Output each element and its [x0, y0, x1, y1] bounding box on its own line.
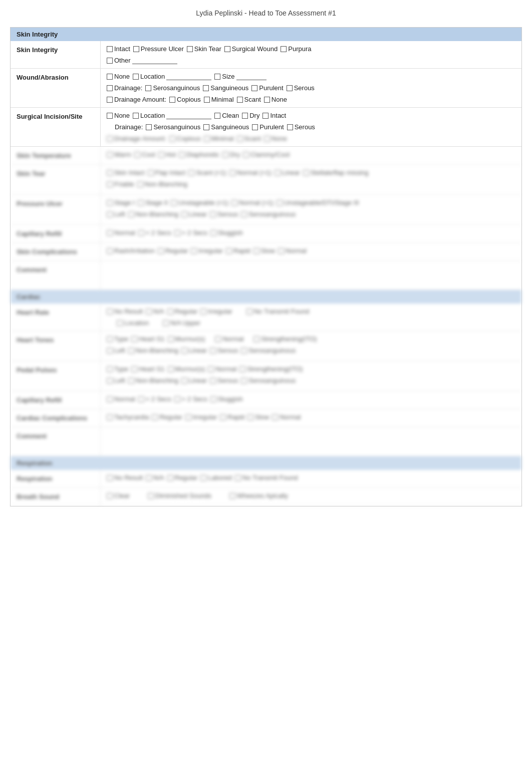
heart-tones-label: Heart Tones [11, 331, 101, 361]
wound-serous-checkbox[interactable] [287, 85, 293, 91]
surgical-serosanguinous-item: Serosanguinous [146, 123, 200, 131]
purpura-item: Purpura [281, 45, 311, 53]
surgical-none2-checkbox[interactable] [264, 136, 270, 142]
skin-integrity-line2: Other [107, 56, 515, 65]
wound-location-checkbox[interactable] [133, 74, 139, 80]
capillary-refill-label: Capillary Refill [11, 225, 101, 242]
surgical-wound-checkbox[interactable] [224, 46, 230, 52]
page-header: Lydia Peplinski - Head to Toe Assessment… [0, 0, 532, 22]
pressure-ulcer-content: Stage I Stage II Unstageable (<1) Normal… [101, 195, 521, 224]
surgical-clean-checkbox[interactable] [214, 113, 220, 119]
other-field[interactable] [132, 57, 177, 64]
blurred-sections: Skin Temperature Warm Cool Hot Diaphoret… [11, 147, 521, 506]
pressure-ulcer-line2: Left Non-Blanching Linear Serous Serosan… [107, 209, 515, 219]
wound-abrasion-row: Wound/Abrasion None Location Size [11, 69, 521, 108]
pressure-ulcer-label: Pressure Ulcer [11, 195, 101, 224]
surgical-line3: Drainage Amount: Copious Minimal Scant N… [107, 134, 515, 143]
skin-comment-area[interactable] [107, 264, 515, 287]
capillary-refill2-row: Capillary Refill Normal < 2 Secs > 2 Sec… [11, 391, 521, 409]
capillary-refill-content: Normal < 2 Secs > 2 Secs Sluggish [101, 225, 521, 242]
heart-tones-line2: Left Non-Blanching Linear Serous Serosan… [107, 346, 515, 355]
respiration-row: Respiration No Result N/A Regular Labore… [11, 470, 521, 488]
wound-line3: Drainage Amount: Copious Minimal Scant N… [107, 95, 515, 104]
wound-purulent-checkbox[interactable] [251, 85, 257, 91]
wound-minimal-checkbox[interactable] [204, 97, 210, 103]
surgical-line2: Drainage: Serosanguinous Sanguineous Pur… [107, 122, 515, 132]
surgical-purulent-checkbox[interactable] [252, 124, 258, 130]
pressure-ulcer-line1: Stage I Stage II Unstageable (<1) Normal… [107, 198, 515, 207]
wound-drainage-checkbox[interactable] [107, 85, 113, 91]
surgical-sanguineous-checkbox[interactable] [203, 124, 209, 130]
cardiac-complications-row: Cardiac Complications Tachycardia Regula… [11, 409, 521, 427]
breath-sound-label: Breath Sound [11, 488, 101, 505]
surgical-minimal-checkbox[interactable] [204, 136, 210, 142]
surgical-incision-label: Surgical Incision/Site [11, 108, 101, 146]
surgical-intact-checkbox[interactable] [262, 113, 269, 119]
surgical-serous-item: Serous [287, 123, 315, 131]
heart-rate-content: No Result N/A Regular Irregular No Trans… [101, 304, 521, 331]
heart-rate-line1: No Result N/A Regular Irregular No Trans… [107, 307, 515, 316]
wound-abrasion-label: Wound/Abrasion [11, 69, 101, 107]
form-container: Skin Integrity Skin Integrity Intact Pre… [10, 27, 522, 506]
surgical-incision-content: None Location Clean Dry Intact [101, 108, 521, 146]
wound-none2-item: None [264, 96, 287, 103]
wound-location-field[interactable] [166, 73, 211, 80]
wound-sanguineous-checkbox[interactable] [203, 85, 209, 91]
wound-size-item: Size [214, 73, 266, 80]
surgical-intact-item: Intact [262, 112, 286, 119]
surgical-serosanguinous-checkbox[interactable] [146, 124, 152, 130]
page-title: Lydia Peplinski - Head to Toe Assessment… [196, 9, 336, 17]
surgical-dry-checkbox[interactable] [242, 113, 248, 119]
surgical-copious-checkbox[interactable] [169, 136, 175, 142]
wound-size-field[interactable] [236, 73, 267, 80]
wound-drainage-amount-checkbox[interactable] [107, 97, 113, 103]
wound-serosanguinous-item: Serosanguinous [145, 84, 200, 92]
skin-tear-label: Skin Tear [11, 165, 101, 194]
surgical-clean-item: Clean [214, 112, 239, 119]
purpura-checkbox[interactable] [281, 46, 287, 52]
wound-scant-item: Scant [237, 96, 261, 103]
skin-integrity-label: Skin Integrity [11, 41, 101, 68]
heart-tones-content: Type Heart S1 Murmur(s) Normal Strengthe… [101, 331, 521, 361]
wound-none-checkbox[interactable] [107, 74, 113, 80]
wound-copious-checkbox[interactable] [169, 97, 175, 103]
wound-none-item: None [107, 73, 130, 80]
skin-temperature-content: Warm Cool Hot Diaphoretic Dry Clammy/Coo… [101, 147, 521, 164]
surgical-scant-checkbox[interactable] [237, 136, 243, 142]
other-checkbox[interactable] [107, 58, 113, 64]
capillary-line1: Normal < 2 Secs > 2 Secs Sluggish [107, 228, 515, 237]
surgical-location-checkbox[interactable] [133, 113, 139, 119]
pedal-pulses-content: Type Heart S1 Murmur(s) Normal Strengthe… [101, 361, 521, 391]
surgical-drainage-amount-checkbox[interactable] [107, 136, 113, 142]
skin-temp-line1: Warm Cool Hot Diaphoretic Dry Clammy/Coo… [107, 150, 515, 159]
wound-purulent-item: Purulent [251, 84, 283, 92]
skin-tear-line1: Skin Intact Flap Intact Scant (<1) Norma… [107, 168, 515, 177]
heart-rate-label: Heart Rate [11, 304, 101, 331]
skin-tear-checkbox[interactable] [187, 46, 193, 52]
breath-sound-content: Clear Diminished Sounds Wheezes Apically [101, 488, 521, 505]
wound-serosanguinous-checkbox[interactable] [145, 85, 151, 91]
wound-scant-checkbox[interactable] [237, 97, 243, 103]
surgical-none-checkbox[interactable] [107, 113, 113, 119]
surgical-drainage-amount-label: Drainage Amount: [107, 135, 166, 142]
skin-integrity-section-header: Skin Integrity [11, 28, 521, 41]
cardiac-comment-area[interactable] [107, 430, 515, 453]
respiration-section-header: Respiration [11, 456, 521, 470]
skin-tear-content: Skin Intact Flap Intact Scant (<1) Norma… [101, 165, 521, 194]
surgical-serous-checkbox[interactable] [287, 124, 293, 130]
pressure-ulcer-checkbox[interactable] [133, 46, 139, 52]
surgical-sanguineous-item: Sanguineous [203, 123, 249, 131]
wound-drainage-label: Drainage: [107, 84, 142, 92]
wound-none2-checkbox[interactable] [264, 97, 270, 103]
skin-comment-row: Comment [11, 261, 521, 290]
skin-complications-label: Skin Complications [11, 243, 101, 260]
breath-sound-row: Breath Sound Clear Diminished Sounds Whe… [11, 488, 521, 506]
intact-checkbox[interactable] [107, 46, 113, 52]
skin-tear-row: Skin Tear Skin Intact Flap Intact Scant … [11, 165, 521, 195]
surgical-location-field[interactable] [166, 112, 211, 119]
wound-size-checkbox[interactable] [214, 74, 220, 80]
pedal-pulses-row: Pedal Pulses Type Heart S1 Murmur(s) Nor… [11, 361, 521, 391]
surgical-dry-item: Dry [242, 112, 259, 119]
other-item: Other [107, 57, 177, 64]
resp-line1: No Result N/A Regular Labored No Transmi… [107, 473, 515, 482]
